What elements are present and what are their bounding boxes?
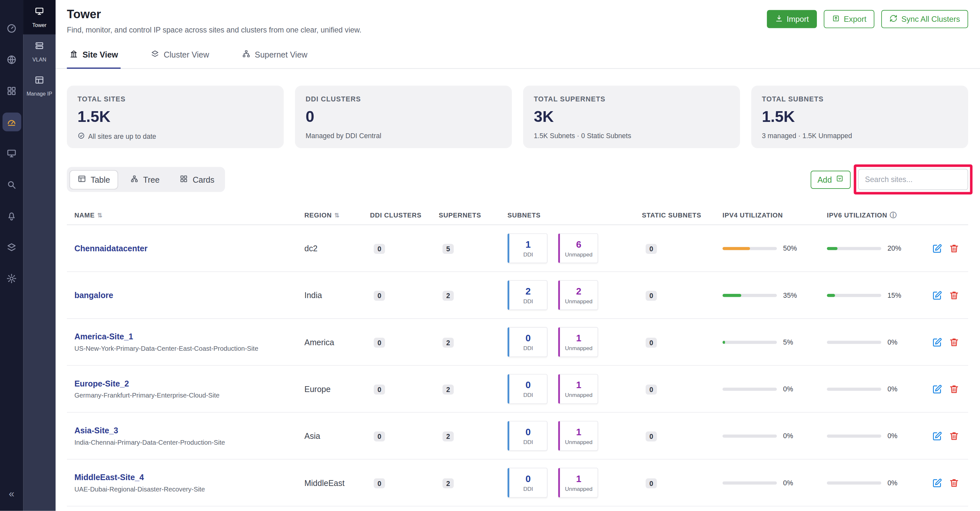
edit-site-button[interactable] [932, 478, 943, 488]
site-description: Germany-Frankfurt-Primary-Enterprise-Clo… [75, 392, 304, 399]
subnets-ddi-count: 0 [525, 380, 531, 390]
delete-site-button[interactable] [949, 290, 959, 301]
stat-note-text: Managed by DDI Central [306, 132, 382, 140]
subnets-ddi-box: 2 DDI [508, 280, 547, 310]
sync-all-clusters-button[interactable]: Sync All Clusters [881, 10, 968, 28]
ipv6-utilization-value: 20% [888, 244, 901, 252]
subnets-ddi-label: DDI [523, 345, 533, 352]
subnets-unmapped-count: 1 [576, 427, 581, 437]
header-actions: Import Export Sync All Clusters [767, 10, 968, 28]
site-name-link[interactable]: Asia-Site_3 [75, 426, 304, 435]
tab-site-view[interactable]: Site View [67, 43, 121, 69]
supernets-count-badge: 5 [442, 244, 454, 254]
search-container [858, 169, 968, 190]
stats-row: TOTAL SITES 1.5K All sites are up to dat… [56, 86, 980, 148]
ipv6-utilization-bar [827, 387, 881, 391]
ddi-clusters-count-badge: 0 [374, 385, 385, 395]
edit-site-button[interactable] [932, 337, 943, 347]
edit-site-button[interactable] [932, 243, 943, 253]
subnets-unmapped-label: Unmapped [565, 392, 593, 398]
subnets-unmapped-box: 1 Unmapped [558, 468, 598, 498]
supernets-count-badge: 2 [442, 431, 454, 441]
subnets-ddi-count: 1 [525, 239, 531, 250]
column-header-supernets: SUPERNETS [439, 211, 508, 219]
view-mode-switcher: Table Tree Cards [67, 167, 225, 192]
manage-ip-icon [35, 75, 45, 88]
subnets-unmapped-count: 1 [576, 333, 581, 343]
view-mode-label: Cards [192, 175, 215, 184]
ipv6-utilization-value: 15% [888, 291, 901, 299]
edit-site-button[interactable] [932, 384, 943, 394]
ipv4-utilization-value: 5% [783, 338, 793, 346]
site-name-link[interactable]: MiddleEast-Site_4 [75, 473, 304, 482]
site-name-link[interactable]: Chennaidatacenter [75, 244, 304, 253]
delete-site-button[interactable] [949, 478, 959, 488]
subnets-ddi-count: 0 [525, 333, 531, 343]
ipam-icon[interactable] [2, 113, 21, 131]
ipv4-utilization-value: 0% [783, 385, 793, 393]
view-mode-cards[interactable]: Cards [172, 170, 223, 189]
tab-supernet-view[interactable]: Supernet View [239, 43, 310, 69]
subnets-ddi-count: 0 [525, 427, 531, 437]
sort-icon: ⇅ [334, 212, 340, 218]
supernets-count-badge: 2 [442, 291, 454, 301]
export-button-label: Export [844, 14, 867, 24]
delete-site-button[interactable] [949, 384, 959, 394]
subnets-unmapped-label: Unmapped [565, 486, 593, 492]
tab-label: Cluster View [164, 50, 209, 59]
stat-card-total-sites: TOTAL SITES 1.5K All sites are up to dat… [67, 86, 284, 148]
table-row: America-Site_1 US-New-York-Primary-Data-… [67, 319, 968, 366]
column-header-static-subnets: STATIC SUBNETS [642, 211, 722, 219]
column-header-ipv6-utilization: IPV6 UTILIZATION ⓘ [827, 210, 924, 220]
subnets-ddi-box: 1 DDI [508, 233, 547, 263]
view-mode-table[interactable]: Table [70, 170, 118, 189]
ddi-clusters-count-badge: 0 [374, 431, 385, 441]
view-mode-tree[interactable]: Tree [122, 170, 168, 189]
dhcp-icon[interactable] [2, 81, 21, 100]
export-icon [832, 14, 840, 24]
ipv4-utilization-value: 0% [783, 432, 793, 439]
ipv4-utilization-bar [723, 340, 777, 344]
edit-site-button[interactable] [932, 430, 943, 441]
ipv6-utilization-bar [827, 293, 881, 297]
tab-cluster-view[interactable]: Cluster View [148, 43, 212, 69]
stat-note-text: All sites are up to date [88, 133, 156, 140]
notifications-icon[interactable] [2, 206, 21, 225]
sidebar-item-vlan[interactable]: VLAN [23, 35, 56, 69]
search-input[interactable] [858, 169, 968, 190]
import-button[interactable]: Import [767, 10, 817, 28]
main-content: Tower Find, monitor, and control IP spac… [56, 0, 980, 511]
ipv4-utilization-bar [723, 293, 777, 297]
dashboard-icon[interactable] [2, 19, 21, 38]
column-header-name[interactable]: NAME ⇅ [67, 211, 304, 219]
settings-icon[interactable] [2, 269, 21, 288]
delete-site-button[interactable] [949, 337, 959, 347]
site-name-link[interactable]: bangalore [75, 290, 304, 300]
tree-view-icon [130, 174, 139, 185]
site-name-link[interactable]: America-Site_1 [75, 332, 304, 341]
edit-site-button[interactable] [932, 290, 943, 301]
export-button[interactable]: Export [824, 10, 874, 28]
info-icon: ⓘ [890, 210, 897, 220]
reports-icon[interactable] [2, 238, 21, 256]
audit-icon[interactable] [2, 175, 21, 194]
add-button[interactable]: Add [810, 170, 850, 189]
stat-note-text: 3 managed · 1.5K Unmapped [762, 132, 852, 140]
column-header-region[interactable]: REGION ⇅ [304, 211, 370, 219]
sidebar-item-tower[interactable]: Tower [23, 0, 56, 35]
ipv4-utilization-bar [723, 434, 777, 438]
delete-site-button[interactable] [949, 430, 959, 441]
tab-label: Supernet View [255, 50, 307, 59]
view-mode-label: Tree [143, 175, 159, 184]
collapse-sidebar-button[interactable]: « [0, 488, 23, 500]
subnets-unmapped-count: 2 [576, 286, 581, 296]
sidebar-item-manage-ip[interactable]: Manage IP [23, 69, 56, 103]
subnets-unmapped-box: 1 Unmapped [558, 420, 598, 451]
site-name-link[interactable]: Europe-Site_2 [75, 379, 304, 388]
stat-note-text: 1.5K Subnets · 0 Static Subnets [534, 132, 632, 140]
table-row: MiddleEast-Site_4 UAE-Dubai-Regional-Dis… [67, 460, 968, 506]
dns-icon[interactable] [2, 50, 21, 69]
delete-site-button[interactable] [949, 243, 959, 253]
devices-icon[interactable] [2, 144, 21, 162]
ipv6-utilization-value: 0% [888, 432, 897, 439]
